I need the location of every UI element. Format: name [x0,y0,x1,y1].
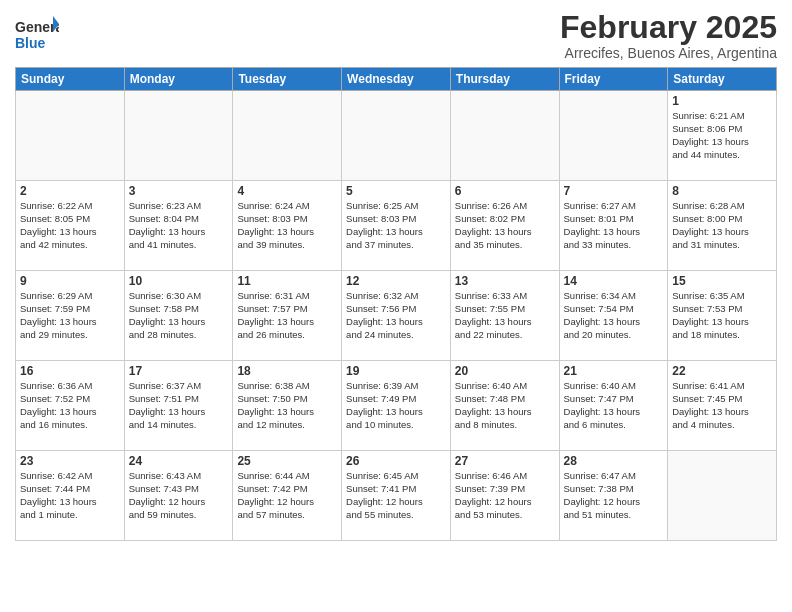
day-info: Sunrise: 6:37 AMSunset: 7:51 PMDaylight:… [129,380,229,431]
col-header-saturday: Saturday [668,68,777,91]
day-cell: 7Sunrise: 6:27 AMSunset: 8:01 PMDaylight… [559,181,668,271]
day-number: 11 [237,274,337,288]
week-row-4: 23Sunrise: 6:42 AMSunset: 7:44 PMDayligh… [16,451,777,541]
day-number: 25 [237,454,337,468]
day-info: Sunrise: 6:36 AMSunset: 7:52 PMDaylight:… [20,380,120,431]
day-cell: 3Sunrise: 6:23 AMSunset: 8:04 PMDaylight… [124,181,233,271]
day-number: 13 [455,274,555,288]
day-cell [668,451,777,541]
month-title: February 2025 [560,10,777,45]
day-info: Sunrise: 6:47 AMSunset: 7:38 PMDaylight:… [564,470,664,521]
day-number: 7 [564,184,664,198]
day-cell [450,91,559,181]
day-cell: 4Sunrise: 6:24 AMSunset: 8:03 PMDaylight… [233,181,342,271]
calendar-table: SundayMondayTuesdayWednesdayThursdayFrid… [15,67,777,541]
day-info: Sunrise: 6:25 AMSunset: 8:03 PMDaylight:… [346,200,446,251]
day-cell: 24Sunrise: 6:43 AMSunset: 7:43 PMDayligh… [124,451,233,541]
day-info: Sunrise: 6:39 AMSunset: 7:49 PMDaylight:… [346,380,446,431]
day-cell: 14Sunrise: 6:34 AMSunset: 7:54 PMDayligh… [559,271,668,361]
day-cell: 22Sunrise: 6:41 AMSunset: 7:45 PMDayligh… [668,361,777,451]
week-row-2: 9Sunrise: 6:29 AMSunset: 7:59 PMDaylight… [16,271,777,361]
day-cell: 21Sunrise: 6:40 AMSunset: 7:47 PMDayligh… [559,361,668,451]
location: Arrecifes, Buenos Aires, Argentina [560,45,777,61]
day-cell: 20Sunrise: 6:40 AMSunset: 7:48 PMDayligh… [450,361,559,451]
week-row-0: 1Sunrise: 6:21 AMSunset: 8:06 PMDaylight… [16,91,777,181]
day-number: 28 [564,454,664,468]
day-number: 15 [672,274,772,288]
col-header-thursday: Thursday [450,68,559,91]
day-number: 19 [346,364,446,378]
calendar-header-row: SundayMondayTuesdayWednesdayThursdayFrid… [16,68,777,91]
header: General Blue February 2025 Arrecifes, Bu… [15,10,777,61]
day-info: Sunrise: 6:43 AMSunset: 7:43 PMDaylight:… [129,470,229,521]
day-info: Sunrise: 6:38 AMSunset: 7:50 PMDaylight:… [237,380,337,431]
title-area: February 2025 Arrecifes, Buenos Aires, A… [560,10,777,61]
day-info: Sunrise: 6:30 AMSunset: 7:58 PMDaylight:… [129,290,229,341]
col-header-friday: Friday [559,68,668,91]
day-cell: 28Sunrise: 6:47 AMSunset: 7:38 PMDayligh… [559,451,668,541]
day-number: 6 [455,184,555,198]
day-cell: 27Sunrise: 6:46 AMSunset: 7:39 PMDayligh… [450,451,559,541]
day-info: Sunrise: 6:44 AMSunset: 7:42 PMDaylight:… [237,470,337,521]
day-number: 24 [129,454,229,468]
day-info: Sunrise: 6:24 AMSunset: 8:03 PMDaylight:… [237,200,337,251]
day-cell: 8Sunrise: 6:28 AMSunset: 8:00 PMDaylight… [668,181,777,271]
col-header-wednesday: Wednesday [342,68,451,91]
day-info: Sunrise: 6:23 AMSunset: 8:04 PMDaylight:… [129,200,229,251]
day-info: Sunrise: 6:40 AMSunset: 7:48 PMDaylight:… [455,380,555,431]
page: General Blue February 2025 Arrecifes, Bu… [0,0,792,612]
day-number: 8 [672,184,772,198]
week-row-3: 16Sunrise: 6:36 AMSunset: 7:52 PMDayligh… [16,361,777,451]
col-header-monday: Monday [124,68,233,91]
day-info: Sunrise: 6:40 AMSunset: 7:47 PMDaylight:… [564,380,664,431]
day-cell: 11Sunrise: 6:31 AMSunset: 7:57 PMDayligh… [233,271,342,361]
day-info: Sunrise: 6:26 AMSunset: 8:02 PMDaylight:… [455,200,555,251]
day-info: Sunrise: 6:32 AMSunset: 7:56 PMDaylight:… [346,290,446,341]
day-cell: 1Sunrise: 6:21 AMSunset: 8:06 PMDaylight… [668,91,777,181]
day-cell: 25Sunrise: 6:44 AMSunset: 7:42 PMDayligh… [233,451,342,541]
day-number: 10 [129,274,229,288]
logo: General Blue [15,10,59,52]
day-cell [233,91,342,181]
day-cell: 15Sunrise: 6:35 AMSunset: 7:53 PMDayligh… [668,271,777,361]
day-number: 4 [237,184,337,198]
day-info: Sunrise: 6:45 AMSunset: 7:41 PMDaylight:… [346,470,446,521]
day-info: Sunrise: 6:29 AMSunset: 7:59 PMDaylight:… [20,290,120,341]
day-number: 9 [20,274,120,288]
day-info: Sunrise: 6:28 AMSunset: 8:00 PMDaylight:… [672,200,772,251]
day-number: 16 [20,364,120,378]
day-cell: 19Sunrise: 6:39 AMSunset: 7:49 PMDayligh… [342,361,451,451]
day-cell: 2Sunrise: 6:22 AMSunset: 8:05 PMDaylight… [16,181,125,271]
day-cell: 16Sunrise: 6:36 AMSunset: 7:52 PMDayligh… [16,361,125,451]
day-cell: 10Sunrise: 6:30 AMSunset: 7:58 PMDayligh… [124,271,233,361]
day-cell [16,91,125,181]
day-cell [124,91,233,181]
day-info: Sunrise: 6:31 AMSunset: 7:57 PMDaylight:… [237,290,337,341]
day-number: 17 [129,364,229,378]
day-number: 26 [346,454,446,468]
day-number: 1 [672,94,772,108]
day-number: 14 [564,274,664,288]
svg-text:General: General [15,19,59,35]
day-number: 3 [129,184,229,198]
col-header-tuesday: Tuesday [233,68,342,91]
day-number: 20 [455,364,555,378]
day-cell: 5Sunrise: 6:25 AMSunset: 8:03 PMDaylight… [342,181,451,271]
day-cell: 17Sunrise: 6:37 AMSunset: 7:51 PMDayligh… [124,361,233,451]
day-info: Sunrise: 6:33 AMSunset: 7:55 PMDaylight:… [455,290,555,341]
day-cell [342,91,451,181]
col-header-sunday: Sunday [16,68,125,91]
day-number: 5 [346,184,446,198]
week-row-1: 2Sunrise: 6:22 AMSunset: 8:05 PMDaylight… [16,181,777,271]
day-info: Sunrise: 6:21 AMSunset: 8:06 PMDaylight:… [672,110,772,161]
day-cell: 9Sunrise: 6:29 AMSunset: 7:59 PMDaylight… [16,271,125,361]
day-info: Sunrise: 6:35 AMSunset: 7:53 PMDaylight:… [672,290,772,341]
day-info: Sunrise: 6:46 AMSunset: 7:39 PMDaylight:… [455,470,555,521]
day-info: Sunrise: 6:27 AMSunset: 8:01 PMDaylight:… [564,200,664,251]
day-cell: 6Sunrise: 6:26 AMSunset: 8:02 PMDaylight… [450,181,559,271]
day-number: 22 [672,364,772,378]
day-cell: 18Sunrise: 6:38 AMSunset: 7:50 PMDayligh… [233,361,342,451]
day-cell: 23Sunrise: 6:42 AMSunset: 7:44 PMDayligh… [16,451,125,541]
day-number: 18 [237,364,337,378]
day-number: 21 [564,364,664,378]
